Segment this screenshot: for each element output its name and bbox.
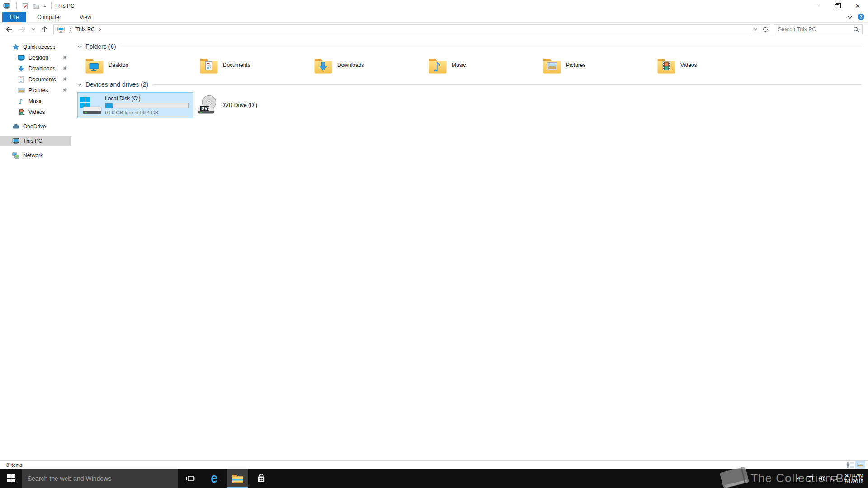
start-button[interactable] bbox=[0, 469, 22, 488]
tile-label: Desktop bbox=[108, 62, 128, 68]
sidebar-item-music[interactable]: Music bbox=[0, 96, 71, 107]
view-switcher bbox=[845, 461, 865, 469]
up-button[interactable] bbox=[39, 24, 50, 35]
quick-access-star-icon bbox=[12, 43, 19, 51]
chevron-down-icon bbox=[43, 5, 47, 8]
titlebar: This PC ✕ bbox=[0, 0, 868, 12]
this-pc-icon bbox=[57, 26, 65, 33]
desktop-screen: This PC ✕ File Computer View ? bbox=[0, 0, 868, 488]
group-title: Devices and drives (2) bbox=[85, 81, 148, 88]
up-arrow-icon bbox=[41, 26, 48, 33]
folder-tile-documents[interactable]: Documents bbox=[199, 54, 313, 76]
taskbar-search-input[interactable] bbox=[28, 475, 178, 482]
clock[interactable]: 9:18 AM 7/1/2015 bbox=[844, 473, 863, 484]
folder-videos-icon bbox=[656, 55, 676, 75]
customize-quick-access-toolbar-button[interactable] bbox=[41, 1, 48, 11]
details-view-button[interactable] bbox=[845, 461, 855, 469]
sidebar-item-desktop[interactable]: Desktop bbox=[0, 52, 71, 63]
tab-computer[interactable]: Computer bbox=[29, 12, 69, 22]
windows-logo-icon bbox=[7, 474, 15, 482]
close-icon: ✕ bbox=[855, 3, 860, 9]
drive-tile-dvd-d[interactable]: DVD Drive (D:) bbox=[193, 92, 310, 118]
documents-icon bbox=[18, 76, 25, 83]
folders-group-header[interactable]: Folders (6) bbox=[77, 42, 862, 51]
desktop-icon bbox=[18, 54, 25, 61]
volume-icon[interactable] bbox=[818, 475, 826, 482]
expand-ribbon-chevron-icon[interactable] bbox=[847, 14, 853, 20]
search-input[interactable] bbox=[778, 26, 853, 33]
refresh-icon bbox=[762, 26, 769, 33]
folder-tile-desktop[interactable]: Desktop bbox=[85, 54, 199, 76]
titlebar-separator bbox=[51, 2, 52, 9]
task-view-icon bbox=[186, 474, 196, 483]
sidebar-item-label: Music bbox=[28, 98, 42, 104]
large-icons-view-icon bbox=[857, 462, 864, 468]
edge-button[interactable] bbox=[204, 469, 225, 488]
details-view-icon bbox=[847, 462, 854, 468]
task-view-button[interactable] bbox=[180, 469, 201, 488]
forward-button[interactable] bbox=[17, 24, 28, 35]
search-icon[interactable] bbox=[853, 26, 859, 33]
folder-tile-videos[interactable]: Videos bbox=[656, 54, 771, 76]
drive-free-space: 90.0 GB free of 99.4 GB bbox=[105, 110, 189, 115]
sidebar-item-downloads[interactable]: Downloads bbox=[0, 63, 71, 74]
tile-label: Pictures bbox=[566, 62, 585, 68]
folder-tile-downloads[interactable]: Downloads bbox=[313, 54, 428, 76]
drive-tile-local-disk-c[interactable]: Local Disk (C:) 90.0 GB free of 99.4 GB bbox=[77, 92, 193, 118]
close-button[interactable]: ✕ bbox=[847, 0, 868, 12]
folder-tile-pictures[interactable]: Pictures bbox=[542, 54, 656, 76]
music-icon bbox=[18, 98, 25, 105]
sidebar-gap bbox=[0, 132, 71, 136]
folder-tile-music[interactable]: Music bbox=[428, 54, 542, 76]
tile-label: Documents bbox=[223, 62, 250, 68]
back-button[interactable] bbox=[4, 24, 14, 35]
network-tray-icon[interactable] bbox=[806, 475, 813, 482]
customize-toolbar-bar bbox=[43, 4, 47, 4]
navigation-bar: This PC bbox=[0, 23, 868, 36]
restore-button[interactable] bbox=[826, 0, 847, 12]
sidebar-item-network[interactable]: Network bbox=[0, 150, 71, 161]
chevron-down-icon bbox=[77, 44, 82, 49]
sidebar-item-label: Videos bbox=[28, 109, 45, 115]
breadcrumb[interactable]: This PC bbox=[75, 26, 96, 33]
qat-new-folder-button[interactable] bbox=[30, 1, 41, 11]
sidebar-item-onedrive[interactable]: OneDrive bbox=[0, 121, 71, 132]
sidebar-item-pictures[interactable]: Pictures bbox=[0, 85, 71, 96]
action-center-icon[interactable] bbox=[830, 475, 838, 482]
minimize-button[interactable] bbox=[806, 0, 826, 12]
disk-usage-bar bbox=[105, 103, 189, 108]
large-icons-view-button[interactable] bbox=[855, 461, 865, 469]
chevron-down-icon bbox=[753, 27, 758, 32]
minimize-icon bbox=[814, 6, 819, 6]
tab-file[interactable]: File bbox=[2, 12, 26, 22]
help-icon[interactable]: ? bbox=[858, 14, 864, 20]
sidebar-item-label: Network bbox=[23, 152, 43, 159]
sidebar-item-this-pc[interactable]: This PC bbox=[0, 136, 71, 146]
drive-info: Local Disk (C:) 90.0 GB free of 99.4 GB bbox=[105, 95, 191, 115]
drives-tiles: Local Disk (C:) 90.0 GB free of 99.4 GB … bbox=[77, 92, 862, 118]
address-bar[interactable]: This PC bbox=[53, 24, 770, 34]
group-divider bbox=[153, 84, 862, 85]
chevron-up-icon[interactable] bbox=[796, 476, 801, 481]
sidebar-item-quick-access[interactable]: Quick access bbox=[0, 42, 71, 52]
store-button[interactable] bbox=[251, 469, 272, 488]
qat-properties-button[interactable] bbox=[19, 1, 30, 11]
back-arrow-icon bbox=[5, 26, 13, 33]
chevron-down-icon bbox=[31, 27, 36, 32]
refresh-button[interactable] bbox=[760, 25, 770, 34]
forward-arrow-icon bbox=[19, 26, 26, 33]
tab-view[interactable]: View bbox=[72, 12, 99, 22]
sidebar-item-label: Documents bbox=[28, 76, 56, 83]
recent-locations-button[interactable] bbox=[30, 24, 37, 35]
previous-locations-button[interactable] bbox=[750, 25, 760, 34]
sidebar-item-videos[interactable]: Videos bbox=[0, 107, 71, 117]
drives-group-header[interactable]: Devices and drives (2) bbox=[77, 80, 862, 89]
caption-buttons: ✕ bbox=[806, 0, 868, 12]
file-explorer-window: This PC ✕ File Computer View ? bbox=[0, 0, 868, 469]
file-explorer-button[interactable] bbox=[227, 469, 248, 488]
dvd-drive-icon bbox=[195, 94, 218, 117]
items-view: Folders (6) Desktop Documents Downloads bbox=[71, 36, 868, 460]
tile-label: Music bbox=[452, 62, 466, 68]
pictures-icon bbox=[18, 87, 25, 94]
sidebar-item-documents[interactable]: Documents bbox=[0, 74, 71, 85]
